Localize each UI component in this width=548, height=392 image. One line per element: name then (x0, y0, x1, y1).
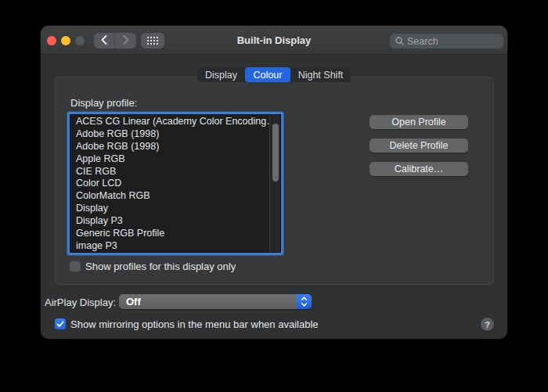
search-field[interactable] (390, 34, 503, 49)
show-profiles-only-checkbox[interactable] (70, 261, 81, 272)
show-mirroring-options-checkbox[interactable] (55, 318, 66, 329)
history-nav-group (94, 33, 136, 49)
profile-list-focus-ring: ACES CG Linear (Academy Color Encoding…A… (67, 112, 283, 255)
grid-icon (146, 36, 160, 46)
search-icon (395, 37, 404, 45)
popup-arrows (297, 294, 312, 309)
profile-list-item[interactable]: Apple RGB (70, 153, 269, 166)
scrollbar-track[interactable] (269, 115, 280, 252)
profile-list-item[interactable]: Color LCD (70, 178, 269, 190)
profile-list-item[interactable]: Adobe RGB (1998) (70, 128, 269, 141)
profile-list-item[interactable]: image P3 (70, 240, 269, 253)
open-profile-button[interactable]: Open Profile (370, 115, 468, 129)
titlebar[interactable]: Built-in Display (41, 26, 507, 55)
chevron-right-icon (123, 34, 129, 48)
profile-list-item[interactable]: ColorMatch RGB (70, 190, 269, 203)
chevron-left-icon (101, 34, 107, 48)
airplay-selected-value: Off (126, 296, 141, 307)
close-window-button[interactable] (47, 36, 56, 45)
show-profiles-only-label: Show profiles for this display only (85, 261, 236, 272)
profile-list-item[interactable]: ACES CG Linear (Academy Color Encoding… (70, 116, 269, 128)
up-down-chevrons-icon (301, 297, 308, 307)
search-input[interactable] (407, 34, 499, 49)
forward-button[interactable] (115, 33, 136, 49)
back-button[interactable] (94, 33, 115, 49)
system-preferences-window: Built-in Display Display Colour Night Sh… (41, 26, 507, 339)
profile-list-item[interactable]: Display (70, 203, 269, 215)
help-button[interactable]: ? (481, 318, 494, 331)
display-profile-label: Display profile: (70, 97, 137, 109)
profile-list-item[interactable]: Display P3 (70, 215, 269, 228)
checkmark-icon (56, 321, 64, 328)
airplay-display-popup[interactable]: Off (119, 294, 312, 309)
calibrate-button[interactable]: Calibrate… (370, 162, 468, 176)
tab-bar: Display Colour Night Shift (197, 67, 351, 82)
scrollbar-thumb[interactable] (272, 124, 279, 182)
tab-display[interactable]: Display (197, 67, 245, 82)
profile-list[interactable]: ACES CG Linear (Academy Color Encoding…A… (70, 114, 281, 253)
zoom-window-button-disabled (75, 36, 85, 45)
tab-night-shift[interactable]: Night Shift (290, 67, 351, 82)
profile-list-item[interactable]: CIE RGB (70, 166, 269, 178)
airplay-display-label: AirPlay Display: (41, 297, 116, 308)
profile-list-item[interactable]: Generic RGB Profile (70, 228, 269, 240)
tab-colour[interactable]: Colour (245, 67, 290, 82)
show-mirroring-options-label: Show mirroring options in the menu bar w… (70, 318, 319, 330)
desktop-background: Built-in Display Display Colour Night Sh… (0, 0, 548, 392)
minimize-window-button[interactable] (61, 36, 70, 45)
delete-profile-button[interactable]: Delete Profile (370, 138, 468, 153)
show-all-preferences-button[interactable] (141, 33, 164, 49)
profile-list-item[interactable]: Adobe RGB (1998) (70, 141, 269, 153)
